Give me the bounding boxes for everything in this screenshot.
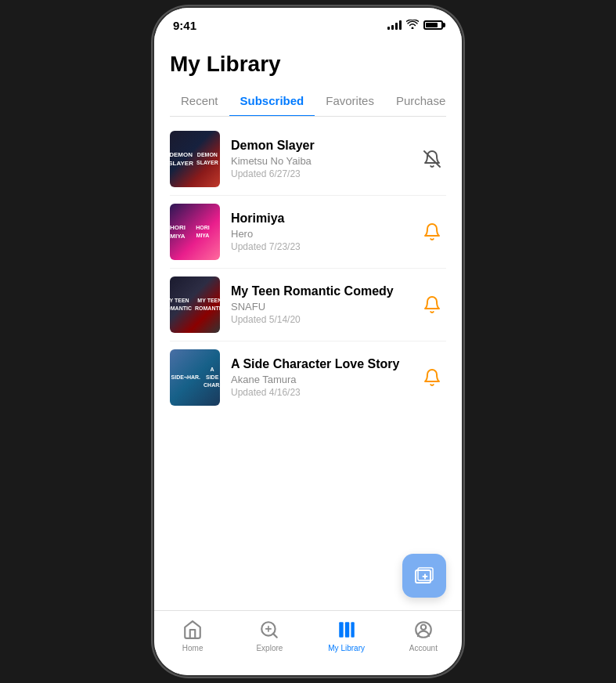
content-list: DEMONSLAYER Demon Slayer Kimetsu No Yaib… (154, 117, 462, 610)
svg-point-14 (421, 625, 427, 631)
status-icons (387, 20, 443, 31)
nav-item-home[interactable]: Home (154, 619, 231, 652)
manga-subtitle: Akane Tamura (231, 374, 407, 385)
manga-title: Demon Slayer (231, 139, 407, 153)
manga-cover-my-teen: MY TEENROMANTIC (170, 276, 220, 333)
svg-rect-11 (344, 622, 348, 638)
tab-purchased[interactable]: Purchased (385, 88, 446, 117)
manga-info-side-character: A Side Character Love Story Akane Tamura… (231, 357, 407, 398)
wifi-icon (406, 20, 419, 31)
manga-info-demon-slayer: Demon Slayer Kimetsu No Yaiba Updated 6/… (231, 139, 407, 179)
account-icon (412, 619, 434, 641)
home-icon (182, 619, 204, 641)
nav-label-account: Account (409, 644, 438, 652)
app-content: My Library Recent Subscribed Favorites P… (154, 42, 462, 675)
tab-favorites[interactable]: Favorites (315, 88, 385, 117)
manga-subtitle: SNAFU (231, 301, 407, 313)
svg-rect-10 (339, 622, 343, 638)
signal-bars-icon (387, 20, 402, 30)
phone-frame: 9:41 My Library (154, 8, 462, 675)
manga-info-my-teen: My Teen Romantic Comedy SNAFU Updated 5/… (231, 284, 407, 325)
manga-updated: Updated 6/27/23 (231, 168, 407, 179)
list-item[interactable]: HORIMIYA Horimiya Hero Updated 7/23/23 (154, 196, 462, 268)
notification-active-icon[interactable] (418, 363, 446, 392)
notification-muted-icon[interactable] (418, 145, 446, 173)
nav-item-account[interactable]: Account (385, 619, 462, 652)
manga-title: Horimiya (231, 211, 407, 226)
page-title: My Library (170, 52, 446, 77)
nav-item-explore[interactable]: Explore (231, 619, 308, 652)
manga-cover-horimiya: HORIMIYA (170, 204, 220, 260)
status-time: 9:41 (173, 19, 196, 32)
nav-label-explore: Explore (256, 644, 283, 652)
add-stack-icon (412, 564, 436, 587)
manga-cover-side-character: A SIDECHAR. (170, 349, 220, 406)
bottom-nav: Home Explore (154, 610, 462, 675)
manga-info-horimiya: Horimiya Hero Updated 7/23/23 (231, 211, 407, 252)
list-item[interactable]: DEMONSLAYER Demon Slayer Kimetsu No Yaib… (154, 123, 462, 195)
nav-label-home: Home (182, 644, 204, 652)
nav-item-my-library[interactable]: My Library (308, 619, 385, 652)
tab-recent[interactable]: Recent (170, 88, 229, 117)
manga-subtitle: Kimetsu No Yaiba (231, 155, 407, 167)
status-bar: 9:41 (154, 8, 462, 42)
tab-subscribed[interactable]: Subscribed (229, 88, 315, 117)
notification-active-icon[interactable] (418, 218, 446, 246)
manga-title: My Teen Romantic Comedy (231, 284, 407, 298)
manga-title: A Side Character Love Story (231, 357, 407, 371)
svg-line-9 (273, 634, 277, 638)
nav-label-my-library: My Library (328, 644, 365, 652)
manga-cover-demon-slayer: DEMONSLAYER (170, 131, 220, 187)
list-item[interactable]: MY TEENROMANTIC My Teen Romantic Comedy … (154, 269, 462, 341)
notification-active-icon[interactable] (418, 291, 446, 319)
manga-updated: Updated 7/23/23 (231, 241, 407, 252)
manga-updated: Updated 5/14/20 (231, 314, 407, 325)
battery-icon (423, 20, 443, 30)
add-to-library-fab[interactable] (402, 554, 446, 598)
explore-icon (258, 619, 280, 641)
list-item[interactable]: A SIDECHAR. A Side Character Love Story … (154, 342, 462, 414)
manga-subtitle: Hero (231, 228, 407, 240)
library-icon (336, 619, 358, 641)
header: My Library Recent Subscribed Favorites P… (154, 42, 462, 117)
svg-rect-12 (351, 622, 354, 638)
tabs-container: Recent Subscribed Favorites Purchased Do… (170, 88, 446, 117)
manga-updated: Updated 4/16/23 (231, 387, 407, 398)
